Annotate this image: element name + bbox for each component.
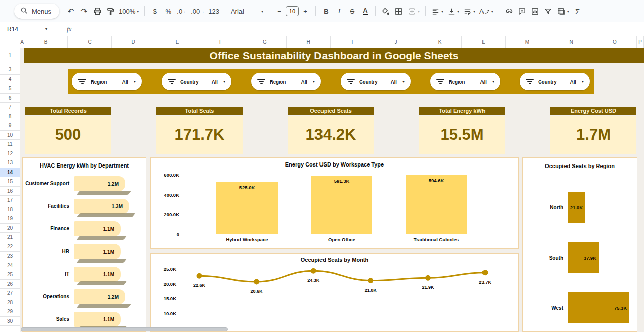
strikethrough-button[interactable]: S	[346, 4, 359, 18]
row-header-14[interactable]: 14	[0, 168, 20, 178]
row-header-7[interactable]: 7	[0, 103, 20, 112]
insert-chart-button[interactable]	[529, 4, 542, 18]
undo-button[interactable]: ↶	[64, 4, 77, 18]
chart-occupied-seats-by-region[interactable]: Occupied Seats by Region North21.0KSouth…	[522, 157, 637, 332]
decrease-font-size-button[interactable]: −	[273, 4, 286, 18]
column-header-A[interactable]: A	[20, 36, 24, 48]
row-header-21[interactable]: 21	[0, 233, 20, 242]
horizontal-align-button[interactable]: ▾	[429, 4, 445, 18]
font-size-input[interactable]: 10	[286, 6, 299, 16]
row-header-22[interactable]: 22	[0, 242, 20, 252]
chart-energy-cost-by-workspace[interactable]: Energy Cost USD by Workspace Type 600.0K…	[150, 157, 519, 249]
kpi-card-5: Energy Cost USD1.7M	[550, 107, 636, 154]
region-bar-row: West75.3K	[523, 292, 637, 323]
menus-search-button[interactable]: Menus	[14, 4, 59, 19]
column-header-N[interactable]: N	[549, 36, 593, 48]
row-header-3[interactable]: 3	[0, 65, 20, 75]
column-header-J[interactable]: J	[374, 36, 418, 48]
italic-button[interactable]: I	[333, 4, 346, 18]
column-header-I[interactable]: I	[331, 36, 374, 48]
row-header-24[interactable]: 24	[0, 261, 20, 271]
font-select[interactable]: Arial▾	[229, 4, 265, 18]
bold-button[interactable]: B	[319, 4, 333, 18]
slicer-label: Country	[180, 79, 207, 85]
insert-link-button[interactable]	[503, 4, 516, 18]
column-header-O[interactable]: O	[593, 36, 637, 48]
select-all-corner[interactable]	[0, 36, 20, 48]
redo-button[interactable]: ↷	[77, 4, 91, 18]
kpi-body: 134.2K	[288, 116, 374, 154]
increase-font-size-button[interactable]: +	[299, 4, 312, 18]
paint-format-button[interactable]	[104, 4, 117, 18]
row-header-4[interactable]: 4	[0, 75, 20, 85]
fill-color-button[interactable]	[379, 4, 392, 18]
slicer-region-5[interactable]: RegionAll▾	[430, 73, 500, 90]
row-header-5[interactable]: 5	[0, 84, 20, 94]
slicer-country-6[interactable]: CountryAll▾	[520, 73, 590, 90]
format-percent-button[interactable]: %	[162, 4, 175, 18]
borders-button[interactable]	[392, 4, 406, 18]
row-header-8[interactable]: 8	[0, 112, 20, 122]
row-header-25[interactable]: 25	[0, 270, 20, 280]
create-filter-button[interactable]	[542, 4, 555, 18]
column-header-P[interactable]: P	[637, 36, 644, 48]
row-header-26[interactable]: 26	[0, 280, 20, 289]
row-header-12[interactable]: 12	[0, 149, 20, 159]
more-formats-button[interactable]: 123	[206, 4, 221, 18]
column-header-G[interactable]: G	[243, 36, 287, 48]
increase-decimal-button[interactable]: .00→	[189, 4, 206, 18]
functions-button[interactable]: Σ	[571, 4, 584, 18]
zoom-select[interactable]: 100%▾	[117, 4, 141, 18]
decrease-decimal-button[interactable]: .0←	[175, 4, 189, 18]
row-header-29[interactable]: 29	[0, 307, 20, 317]
text-rotation-button[interactable]: A ▾	[477, 4, 495, 18]
row-header-18[interactable]: 18	[0, 205, 20, 215]
insert-comment-button[interactable]	[516, 4, 529, 18]
text-wrap-button[interactable]: ▾	[461, 4, 477, 18]
row-header-28[interactable]: 28	[0, 298, 20, 308]
category-label: Finance	[23, 226, 74, 231]
text-wrap-icon	[463, 7, 472, 16]
column-header-E[interactable]: E	[155, 36, 199, 48]
decrease-decimal-label: .0	[177, 8, 182, 15]
row-header-15[interactable]: 15	[0, 177, 20, 187]
merge-cells-button[interactable]: ▾	[406, 4, 422, 18]
row-header-13[interactable]: 13	[0, 158, 20, 168]
horizontal-scrollbar-thumb[interactable]	[21, 327, 228, 331]
row-header-9[interactable]: 9	[0, 121, 20, 131]
insert-table-button[interactable]: ▾	[555, 4, 571, 18]
column-header-L[interactable]: L	[462, 36, 506, 48]
row-header-27[interactable]: 27	[0, 289, 20, 298]
vertical-align-button[interactable]: ▾	[445, 4, 461, 18]
column-header-M[interactable]: M	[506, 36, 549, 48]
column-header-B[interactable]: B	[24, 36, 68, 48]
row-header-30[interactable]: 30	[0, 317, 20, 326]
print-button[interactable]	[91, 4, 104, 18]
row-header-10[interactable]: 10	[0, 131, 20, 140]
column-header-H[interactable]: H	[287, 36, 331, 48]
chart-occupied-seats-by-month[interactable]: Occupied Seats by Month 25.0K20.0K15.0K1…	[150, 253, 519, 332]
row-header-23[interactable]: 23	[0, 252, 20, 261]
name-box[interactable]: R14 ▾	[0, 26, 52, 33]
text-color-button[interactable]: A	[359, 4, 372, 18]
row-header-16[interactable]: 16	[0, 187, 20, 196]
row-header-1[interactable]: 1	[0, 48, 20, 63]
row-header-6[interactable]: 6	[0, 94, 20, 103]
chart-hvac-energy-by-department[interactable]: HVAC Energy kWh by Department Customer S…	[22, 157, 146, 332]
row-header-19[interactable]: 19	[0, 214, 20, 224]
chevron-down-icon: ▾	[492, 79, 494, 84]
column-header-F[interactable]: F	[199, 36, 243, 48]
row-header-11[interactable]: 11	[0, 140, 20, 149]
slicer-country-2[interactable]: CountryAll▾	[162, 73, 231, 90]
row-header-20[interactable]: 20	[0, 224, 20, 233]
column-header-K[interactable]: K	[418, 36, 462, 48]
chevron-down-icon: ▾	[45, 27, 47, 31]
slicer-region-3[interactable]: RegionAll▾	[251, 73, 321, 90]
format-currency-button[interactable]: $	[148, 4, 162, 18]
slicer-region-1[interactable]: RegionAll▾	[72, 73, 142, 90]
slicer-country-4[interactable]: CountryAll▾	[341, 73, 411, 90]
filter-icon	[526, 79, 534, 84]
column-header-C[interactable]: C	[68, 36, 112, 48]
row-header-17[interactable]: 17	[0, 196, 20, 205]
column-header-D[interactable]: D	[112, 36, 155, 48]
